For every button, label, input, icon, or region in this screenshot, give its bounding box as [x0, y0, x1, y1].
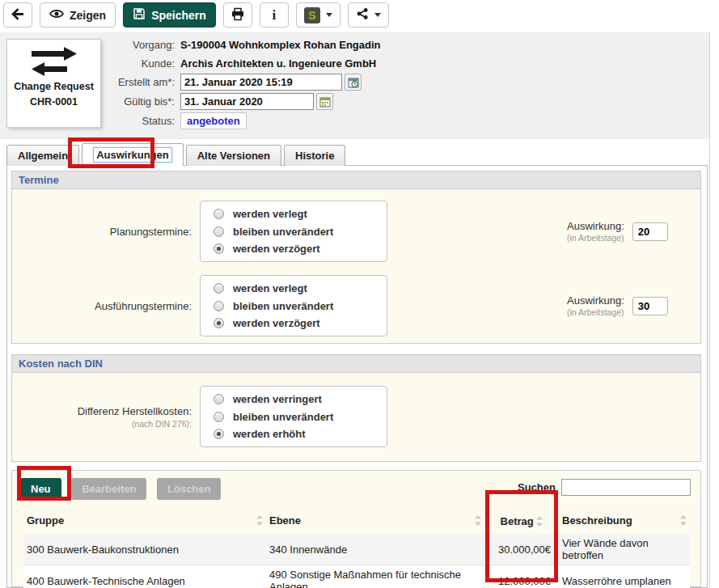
ausfuehrungstermine-radio-group: werden verlegt bleiben unverändert werde…: [200, 275, 387, 336]
save-floppy-icon: [133, 7, 146, 23]
tab-bar: Allgemein Auswirkungen Alte Versionen Hi…: [6, 143, 345, 166]
radio-icon: [214, 394, 224, 404]
info-icon: i: [272, 7, 276, 23]
gueltig-bis-input[interactable]: [180, 93, 314, 110]
gueltig-bis-label: Gültig bis*:: [104, 95, 180, 108]
planung-auswirkung-input[interactable]: [632, 222, 668, 241]
tab-historie[interactable]: Historie: [284, 145, 345, 166]
differenz-herstellkosten-label: Differenz Herstellkosten: (nach DIN 276)…: [12, 405, 192, 429]
transfer-arrows-icon: [28, 67, 80, 79]
erstellt-am-input[interactable]: [180, 74, 342, 91]
radio-werden-verzoegert[interactable]: werden verzögert: [214, 243, 387, 255]
planungstermine-label: Planungstermine:: [12, 226, 192, 238]
card-id-label: CHR-0001: [7, 95, 100, 110]
tab-content-auswirkungen: Termine Planungstermine: werden verlegt …: [6, 165, 708, 588]
ausfuehrungstermine-label: Ausführungstermine:: [12, 300, 192, 312]
back-button[interactable]: [3, 2, 32, 27]
kosten-table: Gruppe Ebene Betrag Beschreibung 300 Bau…: [23, 510, 690, 588]
din-hint: (nach DIN 276):: [12, 419, 192, 429]
vorgang-label: Vorgang:: [104, 39, 180, 51]
radio-bleiben-unveraendert[interactable]: bleiben unverändert: [214, 300, 387, 312]
section-kosten-title: Kosten nach DIN: [11, 354, 701, 373]
radio-icon: [214, 412, 224, 422]
status-badge[interactable]: angeboten: [180, 112, 247, 129]
bearbeiten-button: Bearbeiten: [71, 478, 146, 500]
radio-werden-verringert[interactable]: werden verringert: [214, 393, 387, 405]
col-gruppe[interactable]: Gruppe: [23, 510, 266, 534]
eye-icon: [49, 8, 64, 22]
tab-alte-versionen[interactable]: Alte Versionen: [186, 145, 281, 166]
table-row[interactable]: 300 Bauwerk-Baukonstruktionen 340 Innenw…: [23, 534, 690, 565]
share-dropdown-button[interactable]: [348, 2, 389, 27]
neu-button[interactable]: Neu: [20, 478, 61, 500]
speichern-button[interactable]: Speichern: [123, 2, 216, 27]
calendar-picker-button[interactable]: [316, 93, 333, 110]
radio-selected-icon: [214, 318, 224, 328]
radio-bleiben-unveraendert[interactable]: bleiben unverändert: [214, 226, 387, 238]
change-request-card: Change Request CHR-0001: [6, 39, 101, 128]
planungstermine-row: Planungstermine: werden verlegt bleiben …: [12, 199, 700, 264]
col-ebene[interactable]: Ebene: [266, 510, 484, 534]
search-label: Suchen: [518, 481, 556, 493]
s-app-icon: S: [304, 7, 320, 23]
record-header: Change Request CHR-0001 Vorgang: S-19000…: [0, 32, 709, 139]
app-s-dropdown-button[interactable]: S: [296, 2, 340, 27]
radio-icon: [214, 283, 224, 294]
tab-allgemein[interactable]: Allgemein: [6, 145, 79, 166]
sort-icon[interactable]: [536, 515, 543, 527]
radio-werden-erhoeht[interactable]: werden erhöht: [214, 428, 387, 440]
section-kosten: Kosten nach DIN Differenz Herstellkosten…: [11, 354, 701, 462]
planungstermine-radio-group: werden verlegt bleiben unverändert werde…: [200, 201, 387, 262]
share-icon: [356, 7, 369, 23]
table-header-row: Gruppe Ebene Betrag Beschreibung: [23, 510, 690, 534]
datetime-picker-button[interactable]: [345, 74, 362, 91]
loeschen-button: Löschen: [157, 478, 221, 500]
kunde-label: Kunde:: [104, 57, 180, 70]
header-fields: Vorgang: S-190004 Wohnkomplex Rohan Enga…: [104, 36, 381, 132]
radio-icon: [214, 226, 224, 237]
chevron-down-icon: [326, 13, 332, 17]
sort-icon[interactable]: [475, 515, 481, 528]
vorgang-value: S-190004 Wohnkomplex Rohan Engadin: [180, 39, 381, 51]
auswirkung-label: Auswirkung:: [567, 220, 624, 232]
card-type-label: Change Request: [7, 79, 100, 95]
section-termine: Termine Planungstermine: werden verlegt …: [11, 171, 701, 344]
sort-icon[interactable]: [680, 515, 687, 528]
radio-selected-icon: [214, 429, 224, 439]
sort-icon[interactable]: [256, 515, 263, 528]
printer-icon: [231, 7, 245, 23]
chevron-down-icon: [374, 13, 381, 17]
info-button[interactable]: i: [260, 2, 289, 27]
zeigen-label: Zeigen: [70, 9, 106, 22]
differenz-radio-group: werden verringert bleiben unverändert we…: [200, 386, 387, 447]
ausfuehrung-auswirkung-input[interactable]: [632, 297, 668, 315]
scrollbar-track[interactable]: [709, 32, 719, 588]
radio-icon: [214, 209, 224, 219]
radio-werden-verlegt[interactable]: werden verlegt: [214, 282, 387, 294]
kosten-table-panel: Neu Bearbeiten Löschen Suchen Gruppe Ebe…: [11, 470, 701, 587]
planung-auswirkung: Auswirkung: (in Arbeitstage): [567, 220, 668, 243]
speichern-label: Speichern: [151, 9, 206, 22]
differenz-herstellkosten-row: Differenz Herstellkosten: (nach DIN 276)…: [12, 384, 700, 449]
col-beschreibung[interactable]: Beschreibung: [559, 510, 690, 534]
search-input[interactable]: [561, 479, 691, 496]
search-control: Suchen: [518, 479, 691, 496]
radio-bleiben-unveraendert[interactable]: bleiben unverändert: [214, 411, 387, 423]
zeigen-button[interactable]: Zeigen: [40, 2, 116, 27]
kunde-value: Archis Architekten u. Ingenieure GmbH: [180, 57, 376, 70]
auswirkung-hint: (in Arbeitstage): [567, 233, 624, 243]
col-betrag[interactable]: Betrag: [484, 510, 559, 534]
ausfuehrung-auswirkung: Auswirkung: (in Arbeitstage): [567, 294, 668, 317]
radio-selected-icon: [214, 243, 224, 254]
back-arrow-icon: [11, 7, 25, 23]
status-label: Status:: [104, 115, 180, 127]
auswirkung-hint: (in Arbeitstage): [567, 307, 624, 317]
radio-werden-verlegt[interactable]: werden verlegt: [214, 208, 387, 220]
auswirkung-label: Auswirkung:: [567, 294, 624, 307]
radio-icon: [214, 301, 224, 311]
table-row[interactable]: 400 Bauwerk-Technische Anlagen 490 Sonst…: [23, 565, 690, 588]
tab-auswirkungen[interactable]: Auswirkungen: [82, 143, 184, 166]
toolbar: Zeigen Speichern i S: [3, 2, 389, 27]
print-button[interactable]: [223, 2, 252, 27]
radio-werden-verzoegert[interactable]: werden verzögert: [214, 317, 387, 329]
